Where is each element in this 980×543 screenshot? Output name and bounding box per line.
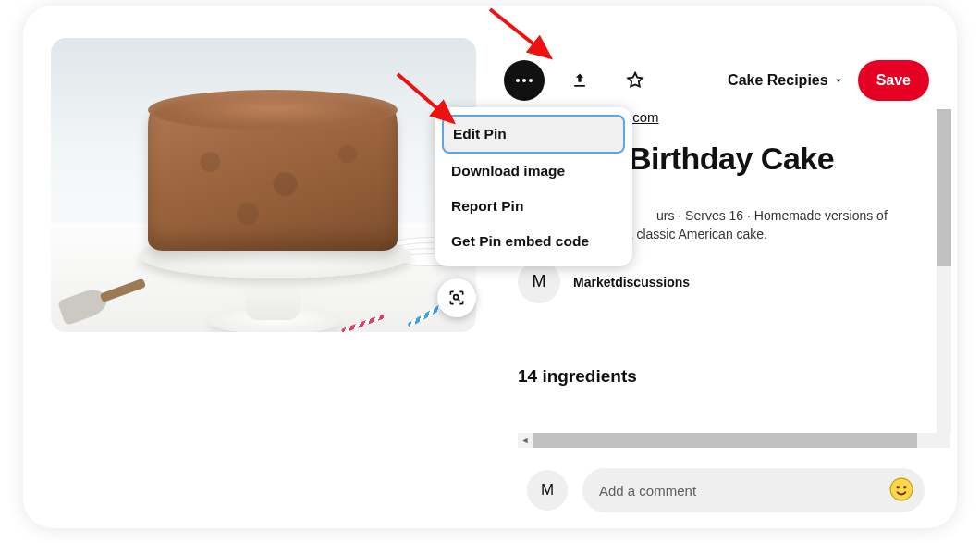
comment-placeholder: Add a comment xyxy=(599,483,696,499)
horizontal-scrollbar[interactable]: ◄ ► xyxy=(518,433,950,448)
horizontal-scroll-thumb[interactable] xyxy=(533,433,917,448)
save-button[interactable]: Save xyxy=(858,60,929,101)
annotation-arrow xyxy=(388,65,490,148)
ingredients-heading: 14 ingredients xyxy=(518,366,934,387)
avatar: M xyxy=(527,470,568,511)
star-button[interactable] xyxy=(615,60,655,101)
share-icon xyxy=(570,71,589,90)
menu-item-download-image[interactable]: Download image xyxy=(442,154,625,189)
board-selector[interactable]: Cake Recipies xyxy=(728,72,845,89)
svg-line-5 xyxy=(398,74,453,122)
emoji-icon[interactable] xyxy=(889,477,913,501)
pin-author[interactable]: M Marketdiscussions xyxy=(518,261,934,303)
menu-item-report-pin[interactable]: Report Pin xyxy=(442,189,625,224)
vertical-scroll-thumb[interactable] xyxy=(937,109,951,266)
scroll-left-arrow[interactable]: ◄ xyxy=(518,433,533,448)
author-name: Marketdiscussions xyxy=(573,275,690,290)
chevron-down-icon xyxy=(832,74,845,87)
star-icon xyxy=(625,70,645,91)
svg-point-1 xyxy=(890,478,913,500)
board-name: Cake Recipies xyxy=(728,72,828,89)
menu-item-get-embed[interactable]: Get Pin embed code xyxy=(442,224,625,259)
comment-input[interactable]: Add a comment xyxy=(582,468,925,512)
vertical-scrollbar[interactable] xyxy=(937,109,951,433)
svg-point-3 xyxy=(903,486,906,488)
avatar: M xyxy=(518,261,560,303)
svg-point-0 xyxy=(454,295,459,300)
svg-point-2 xyxy=(896,486,899,488)
comment-composer: M Add a comment xyxy=(527,468,925,512)
annotation-arrow xyxy=(481,0,592,74)
ellipsis-icon xyxy=(516,79,533,82)
pin-title: Birthday Cake xyxy=(629,141,934,177)
pin-closeup-card: Cake Recipies Save .com Birthday Cake ur… xyxy=(23,6,957,528)
source-link[interactable]: .com xyxy=(629,109,659,125)
svg-line-4 xyxy=(490,9,550,57)
visual-search-button[interactable] xyxy=(437,278,476,317)
